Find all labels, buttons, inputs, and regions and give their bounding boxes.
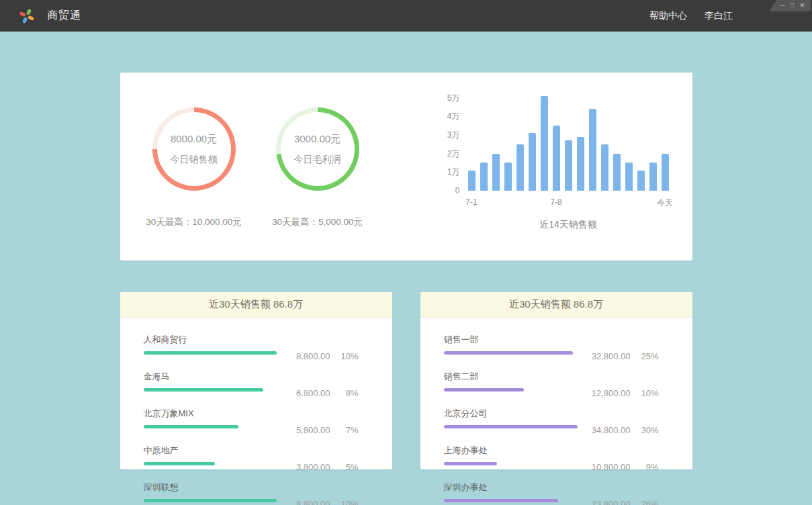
overview-card: 8000.00元 今日销售额 30天最高：10,000.00元 3000.00元… xyxy=(120,73,692,261)
trend-bar xyxy=(529,133,536,191)
today-profit-30d-max: 30天最高：5,000.00元 xyxy=(254,216,381,228)
trend-y-tick: 4万 xyxy=(447,111,460,122)
trend-bar xyxy=(637,171,645,191)
ranking-item-value: 23,800.00 xyxy=(578,499,631,505)
ranking-item-value: 6,800.00 xyxy=(278,388,330,398)
trend-y-tick: 3万 xyxy=(447,130,460,140)
ranking-item-label: 金海马 xyxy=(144,371,278,383)
ranking-row-item: 深圳联想8,800.0010% xyxy=(144,481,359,505)
app-logo-icon xyxy=(19,8,35,24)
customer-ranking-card: 近30天销售额 86.8万 人和商贸行8,800.0010%金海马6,800.0… xyxy=(120,292,392,469)
ranking-item-bar xyxy=(144,462,215,465)
ranking-item-percent: 8% xyxy=(330,388,359,398)
today-sales-value: 8000.00元 xyxy=(171,133,217,146)
today-sales-30d-max: 30天最高：10,000.00元 xyxy=(130,216,258,228)
today-sales-donut: 8000.00元 今日销售额 xyxy=(152,107,236,191)
ranking-row: 近30天销售额 86.8万 人和商贸行8,800.0010%金海马6,800.0… xyxy=(120,292,692,469)
ranking-item-label: 中原地产 xyxy=(144,445,278,457)
ranking-item-value: 34,800.00 xyxy=(578,425,631,435)
trend-bar xyxy=(492,154,500,191)
trend-y-tick: 2万 xyxy=(447,148,460,159)
trend-x-label-first: 7-1 xyxy=(465,197,477,207)
trend-y-tick: 1万 xyxy=(447,167,460,177)
trend-bar xyxy=(662,154,669,191)
ranking-item-percent: 10% xyxy=(330,499,359,505)
trend-y-axis: 01万2万3万4万5万 xyxy=(436,90,460,191)
window-controls: ─ □ ✕ xyxy=(769,0,811,11)
ranking-item-percent: 30% xyxy=(631,425,659,435)
ranking-item-percent: 7% xyxy=(330,425,359,435)
trend-bar xyxy=(516,144,524,191)
ranking-item-label: 销售二部 xyxy=(444,371,578,383)
ranking-item-value: 3,800.00 xyxy=(278,462,330,472)
trend-bar xyxy=(625,163,633,191)
ranking-item-label: 深圳联想 xyxy=(144,481,278,494)
trend-bar xyxy=(577,137,584,191)
app-title: 商贸通 xyxy=(47,9,81,23)
ranking-item-bar xyxy=(144,388,263,392)
ranking-item-bar xyxy=(444,462,497,465)
today-sales-donut-center: 8000.00元 今日销售额 xyxy=(157,112,231,186)
trend-bar xyxy=(553,126,560,191)
nav-username[interactable]: 李白江 xyxy=(705,10,733,22)
sales-trend-chart: 01万2万3万4万5万 7-1 7-8 今天 近14天销售额 xyxy=(436,90,669,231)
today-profit-donut: 3000.00元 今日毛利润 xyxy=(276,107,359,191)
today-profit-donut-center: 3000.00元 今日毛利润 xyxy=(281,112,355,186)
ranking-item-percent: 9% xyxy=(631,462,659,472)
trend-bar xyxy=(565,140,572,191)
department-ranking-card: 近30天销售额 86.8万 销售一部32,800.0025%销售二部12,800… xyxy=(420,292,692,469)
ranking-item-value: 12,800.00 xyxy=(578,388,631,398)
ranking-item-bar xyxy=(444,351,573,355)
trend-bars xyxy=(468,90,669,191)
today-profit-value: 3000.00元 xyxy=(294,133,341,146)
nav-help-center[interactable]: 帮助中心 xyxy=(649,10,687,22)
minimize-button[interactable]: ─ xyxy=(780,3,784,9)
trend-y-tick: 5万 xyxy=(447,93,460,103)
ranking-item-label: 人和商贸行 xyxy=(144,334,278,346)
ranking-row-item: 金海马6,800.008% xyxy=(144,371,359,398)
trend-bar xyxy=(504,163,512,191)
ranking-item-percent: 25% xyxy=(631,351,659,361)
ranking-item-value: 8,800.00 xyxy=(278,351,330,361)
today-profit-gauge: 3000.00元 今日毛利润 30天最高：5,000.00元 xyxy=(276,107,359,228)
ranking-item-label: 深圳办事处 xyxy=(444,481,578,494)
trend-bar xyxy=(480,163,488,191)
ranking-item-bar xyxy=(144,425,238,428)
ranking-item-bar xyxy=(144,499,277,502)
ranking-row-item: 北京分公司34,800.0030% xyxy=(444,408,659,435)
ranking-row-item: 销售一部32,800.0025% xyxy=(444,334,659,361)
department-ranking-list: 销售一部32,800.0025%销售二部12,800.0010%北京分公司34,… xyxy=(420,318,692,505)
trend-caption: 近14天销售额 xyxy=(468,219,669,231)
customer-ranking-title: 近30天销售额 86.8万 xyxy=(120,292,392,318)
department-ranking-title: 近30天销售额 86.8万 xyxy=(420,292,692,318)
top-nav: 帮助中心 李白江 xyxy=(649,10,733,22)
trend-plot-wrap: 7-1 7-8 今天 xyxy=(468,90,669,208)
trend-x-label-mid: 7-8 xyxy=(550,197,561,207)
ranking-item-percent: 10% xyxy=(330,351,359,361)
trend-x-axis: 7-1 7-8 今天 xyxy=(468,197,669,208)
ranking-item-value: 5,800.00 xyxy=(278,425,330,435)
ranking-item-label: 北京万象MIX xyxy=(144,408,278,420)
ranking-row-item: 销售二部12,800.0010% xyxy=(444,371,659,398)
trend-bar xyxy=(541,96,548,191)
ranking-row-item: 中原地产3,800.005% xyxy=(144,445,359,472)
ranking-item-label: 销售一部 xyxy=(444,334,578,346)
trend-y-tick: 0 xyxy=(455,185,460,196)
ranking-item-bar xyxy=(444,499,558,502)
ranking-row-item: 上海办事处10,800.009% xyxy=(444,445,659,472)
ranking-item-bar xyxy=(444,425,578,428)
ranking-item-value: 8,800.00 xyxy=(278,499,330,505)
maximize-button[interactable]: □ xyxy=(791,3,794,9)
ranking-row-item: 深圳办事处23,800.0026% xyxy=(444,481,659,505)
trend-bar xyxy=(601,144,608,191)
trend-bar xyxy=(589,109,596,191)
close-button[interactable]: ✕ xyxy=(800,3,805,9)
today-sales-gauge: 8000.00元 今日销售额 30天最高：10,000.00元 xyxy=(152,107,236,228)
sales-trend-plot-area: 01万2万3万4万5万 7-1 7-8 今天 xyxy=(436,90,669,208)
ranking-item-value: 10,800.00 xyxy=(578,462,631,472)
ranking-item-percent: 10% xyxy=(631,388,659,398)
trend-bar xyxy=(649,163,657,191)
ranking-item-percent: 26% xyxy=(631,499,659,505)
ranking-item-percent: 5% xyxy=(330,462,359,472)
trend-bar xyxy=(613,154,621,191)
